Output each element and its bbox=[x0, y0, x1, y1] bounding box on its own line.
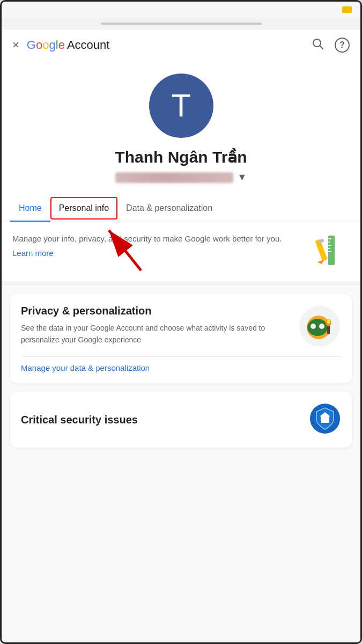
svg-rect-9 bbox=[328, 251, 331, 252]
manage-info-icon bbox=[312, 233, 350, 270]
close-icon[interactable]: × bbox=[12, 39, 19, 51]
learn-more-link[interactable]: Learn more bbox=[12, 248, 54, 258]
chevron-down-icon[interactable]: ▼ bbox=[238, 172, 247, 183]
svg-marker-11 bbox=[317, 260, 325, 265]
profile-section: T Thanh Ngân Trần ▼ bbox=[2, 61, 360, 196]
header: × Google Account ? bbox=[2, 30, 360, 61]
privacy-card: Privacy & personalization See the data i… bbox=[10, 294, 352, 383]
header-title: Google Account bbox=[27, 38, 110, 52]
svg-point-20 bbox=[327, 319, 330, 324]
tab-data-personalization[interactable]: Data & personalization bbox=[117, 196, 221, 222]
manage-info-text: Manage your info, privacy, and security … bbox=[12, 233, 304, 258]
svg-rect-5 bbox=[328, 238, 331, 239]
privacy-card-title: Privacy & personalization bbox=[21, 305, 290, 317]
avatar: T bbox=[149, 74, 213, 138]
email-blurred bbox=[115, 172, 233, 183]
battery-indicator bbox=[342, 6, 352, 13]
header-left: × Google Account bbox=[12, 38, 109, 52]
phone-frame: × Google Account ? T Thanh Ngân Trần bbox=[0, 0, 362, 644]
svg-rect-7 bbox=[328, 245, 331, 246]
svg-rect-6 bbox=[328, 241, 330, 243]
privacy-card-description: See the data in your Google Account and … bbox=[21, 323, 290, 346]
tab-home[interactable]: Home bbox=[10, 196, 50, 222]
card-content: Privacy & personalization See the data i… bbox=[21, 305, 290, 346]
tabs-container: Home Personal info Data & personalizatio… bbox=[2, 196, 360, 222]
search-icon[interactable] bbox=[311, 37, 324, 53]
scroll-bar bbox=[101, 23, 262, 25]
manage-info-description: Manage your info, privacy, and security … bbox=[12, 233, 304, 245]
manage-data-link[interactable]: Manage your data & personalization bbox=[21, 356, 341, 372]
security-card-icon bbox=[309, 402, 341, 437]
avatar-letter: T bbox=[171, 90, 191, 122]
svg-rect-4 bbox=[328, 236, 335, 265]
svg-point-15 bbox=[307, 319, 328, 336]
google-logo: Google bbox=[27, 38, 65, 52]
account-label: Account bbox=[67, 38, 110, 52]
status-bar bbox=[2, 2, 360, 18]
profile-name: Thanh Ngân Trần bbox=[115, 148, 247, 166]
privacy-card-icon bbox=[298, 305, 341, 348]
header-right: ? bbox=[311, 37, 350, 53]
tab-personal-info[interactable]: Personal info bbox=[50, 197, 117, 219]
svg-point-17 bbox=[319, 324, 324, 329]
svg-rect-12 bbox=[318, 238, 324, 243]
manage-info-section: Manage your info, privacy, and security … bbox=[2, 222, 360, 286]
content-area: Manage your info, privacy, and security … bbox=[2, 222, 360, 642]
security-card: Critical security issues bbox=[10, 392, 352, 448]
security-card-title: Critical security issues bbox=[21, 414, 138, 426]
svg-line-1 bbox=[320, 46, 323, 49]
help-icon[interactable]: ? bbox=[335, 38, 350, 53]
email-row: ▼ bbox=[115, 172, 247, 183]
svg-point-16 bbox=[311, 324, 316, 329]
card-header: Privacy & personalization See the data i… bbox=[21, 305, 341, 348]
scroll-indicator bbox=[2, 18, 360, 30]
svg-rect-8 bbox=[328, 248, 330, 249]
